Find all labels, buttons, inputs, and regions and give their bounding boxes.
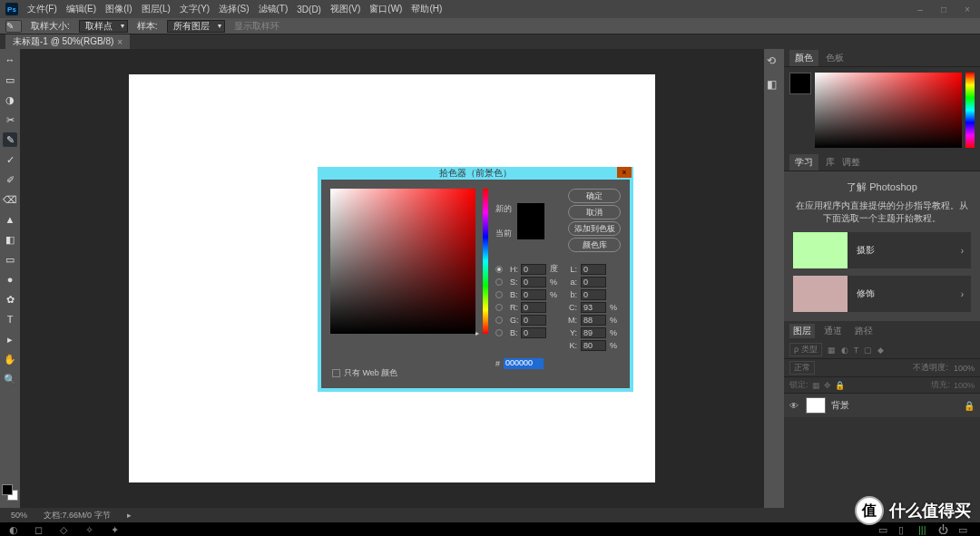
menu-filter[interactable]: 滤镜(T) [259, 3, 289, 15]
menu-select[interactable]: 选择(S) [219, 3, 249, 15]
taskbar-app-icon[interactable]: ◻ [34, 524, 47, 535]
tab-adjustments[interactable]: 调整 [842, 156, 860, 169]
b-input[interactable]: 0 [521, 289, 546, 300]
menu-view[interactable]: 视图(V) [330, 3, 360, 15]
tray-icon[interactable]: ▭ [878, 524, 891, 535]
taskbar-app-icon[interactable]: ✦ [111, 524, 123, 535]
filter-smart-icon[interactable]: ◆ [877, 346, 884, 355]
clone-tool[interactable]: ⌫ [3, 192, 17, 207]
dialog-titlebar[interactable]: 拾色器（前景色） × [318, 167, 633, 180]
doc-info[interactable]: 文档:7.66M/0 字节 [44, 510, 111, 521]
color-panel-hue[interactable] [965, 73, 975, 148]
sample-layers-select[interactable]: 所有图层 [167, 20, 225, 33]
type-tool[interactable]: T [3, 312, 17, 326]
tab-swatches[interactable]: 色板 [826, 52, 844, 64]
l-input[interactable]: 0 [581, 264, 606, 275]
zoom-level[interactable]: 50% [11, 511, 27, 520]
crop-tool[interactable]: ✂ [3, 112, 17, 127]
s-radio[interactable] [495, 278, 503, 286]
gradient-tool[interactable]: ◧ [3, 232, 17, 247]
ok-button[interactable]: 确定 [568, 189, 621, 203]
document-tab-close-icon[interactable]: × [117, 37, 122, 47]
menu-3d[interactable]: 3D(D) [297, 5, 321, 15]
bb-radio[interactable] [495, 329, 503, 336]
fg-color-swatch[interactable] [2, 484, 13, 495]
learn-row-photography[interactable]: 摄影 › [793, 232, 971, 268]
sample-size-select[interactable]: 取样点 [79, 20, 128, 33]
lab-b-input[interactable]: 0 [581, 289, 606, 300]
history-icon[interactable]: ⟲ [767, 54, 781, 69]
layer-name[interactable]: 背景 [831, 399, 849, 412]
cancel-button[interactable]: 取消 [568, 205, 621, 219]
lasso-tool[interactable]: ◑ [3, 93, 17, 107]
filter-type-icon[interactable]: T [854, 346, 859, 355]
move-tool[interactable]: ↔ [3, 53, 17, 67]
document-tab[interactable]: 未标题-1 @ 50%(RGB/8) × [5, 34, 130, 49]
b-radio[interactable] [495, 291, 503, 298]
lock-pixels-icon[interactable]: ▦ [812, 381, 820, 390]
g-input[interactable]: 0 [521, 315, 546, 326]
eraser-tool[interactable]: ▲ [3, 212, 17, 227]
bb-input[interactable]: 0 [521, 327, 546, 338]
tray-icon[interactable]: ||| [918, 524, 931, 535]
tab-layers[interactable]: 图层 [789, 324, 815, 338]
blur-tool[interactable]: ▭ [3, 252, 17, 267]
dodge-tool[interactable]: ● [3, 272, 17, 287]
h-radio[interactable] [495, 266, 503, 273]
g-radio[interactable] [495, 317, 503, 324]
tray-icon[interactable]: ▯ [898, 524, 911, 535]
taskbar-app-icon[interactable]: ◇ [60, 524, 73, 535]
pen-tool[interactable]: ✿ [3, 292, 17, 307]
tray-icon[interactable]: ▭ [958, 524, 971, 535]
color-panel-field[interactable] [815, 73, 962, 148]
hue-slider[interactable] [483, 189, 488, 334]
menu-image[interactable]: 图像(I) [105, 3, 132, 15]
r-radio[interactable] [495, 304, 503, 311]
new-current-swatch[interactable] [517, 203, 544, 239]
minimize-button[interactable]: – [913, 5, 927, 15]
tab-paths[interactable]: 路径 [851, 324, 877, 338]
tray-icon[interactable]: ⏻ [938, 524, 951, 535]
marquee-tool[interactable]: ▭ [3, 73, 17, 87]
c-input[interactable]: 93 [581, 302, 606, 313]
checkbox-icon[interactable] [332, 369, 340, 377]
brush-tool[interactable]: ✐ [3, 172, 17, 187]
taskbar-app-icon[interactable]: ✧ [85, 524, 98, 535]
eyedropper-tool[interactable]: ✎ [3, 132, 17, 147]
tab-color[interactable]: 颜色 [789, 50, 818, 66]
status-arrow-icon[interactable]: ▸ [127, 511, 132, 520]
m-input[interactable]: 88 [581, 315, 606, 326]
visibility-eye-icon[interactable]: 👁 [789, 401, 800, 411]
tab-libraries[interactable]: 库 [826, 156, 835, 169]
zoom-tool[interactable]: 🔍 [3, 372, 17, 386]
menu-edit[interactable]: 编辑(E) [66, 3, 96, 15]
maximize-button[interactable]: □ [936, 5, 951, 15]
taskbar-start-icon[interactable]: ◐ [9, 524, 22, 535]
filter-adjust-icon[interactable]: ◐ [841, 346, 848, 355]
hex-input[interactable]: 000000 [504, 358, 544, 369]
filter-shape-icon[interactable]: ▢ [864, 346, 872, 355]
dialog-close-button[interactable]: × [617, 167, 632, 178]
color-panel-swatch[interactable] [789, 73, 811, 94]
layer-filter-select[interactable]: ρ 类型 [789, 343, 822, 356]
color-libraries-button[interactable]: 颜色库 [568, 238, 621, 252]
web-only-checkbox[interactable]: 只有 Web 颜色 [332, 367, 397, 379]
menu-help[interactable]: 帮助(H) [411, 3, 442, 15]
k-input[interactable]: 80 [581, 340, 606, 351]
h-input[interactable]: 0 [521, 264, 546, 275]
layer-row-background[interactable]: 👁 背景 🔒 [784, 394, 980, 417]
menu-file[interactable]: 文件(F) [27, 3, 57, 15]
hand-tool[interactable]: ✋ [3, 352, 17, 366]
blend-mode-select[interactable]: 正常 [789, 361, 815, 375]
color-field[interactable] [330, 189, 475, 334]
heal-tool[interactable]: ✓ [3, 152, 17, 167]
s-input[interactable]: 0 [521, 277, 546, 287]
menu-type[interactable]: 文字(Y) [180, 3, 210, 15]
eyedropper-icon[interactable]: ✎ [5, 20, 22, 33]
tab-channels[interactable]: 通道 [820, 324, 846, 338]
a-input[interactable]: 0 [581, 277, 606, 287]
add-swatch-button[interactable]: 添加到色板 [568, 221, 621, 236]
layer-thumbnail[interactable] [806, 397, 826, 414]
path-tool[interactable]: ▸ [3, 332, 17, 346]
r-input[interactable]: 0 [521, 302, 546, 313]
